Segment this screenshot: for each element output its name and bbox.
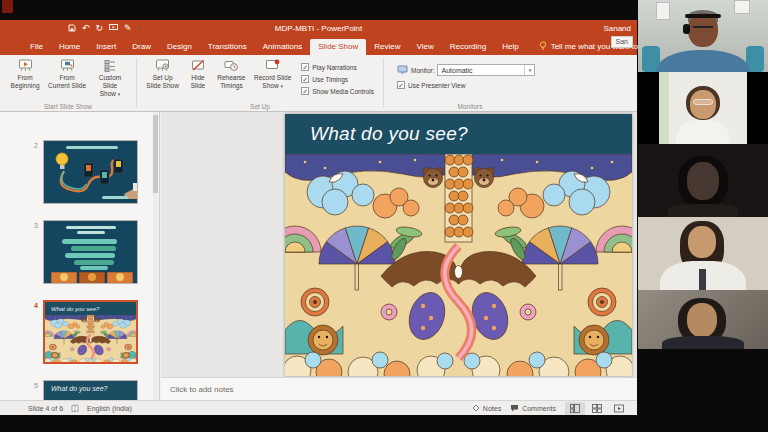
from-current-slide-button[interactable]: From Current Slide bbox=[45, 58, 89, 101]
slide-title[interactable]: What do you see? bbox=[285, 114, 632, 154]
custom-show-icon bbox=[103, 59, 117, 72]
hide-slide-button[interactable]: Hide Slide bbox=[183, 58, 212, 101]
tab-help[interactable]: Help bbox=[494, 39, 526, 55]
slide-illustration[interactable] bbox=[285, 154, 632, 376]
participant-shoulders bbox=[676, 120, 730, 144]
notes-placeholder: Click to add notes bbox=[170, 385, 234, 394]
slide-canvas[interactable]: What do you see? bbox=[285, 114, 632, 376]
slide-indicator: Slide 4 of 6 bbox=[28, 405, 63, 412]
view-reading-icon bbox=[614, 404, 624, 413]
video-letterbox bbox=[638, 349, 768, 363]
setup-show-icon bbox=[155, 59, 170, 72]
redo-icon[interactable]: ↻ bbox=[96, 24, 104, 33]
record-slide-show-button[interactable]: Record Slide Show ▾ bbox=[250, 58, 295, 101]
view-slide-sorter-button[interactable] bbox=[587, 402, 607, 415]
comments-icon bbox=[510, 404, 519, 412]
status-bar: Slide 4 of 6 English (India) Notes Comme… bbox=[0, 400, 637, 415]
pen-icon[interactable]: ✎ bbox=[124, 24, 132, 33]
window-title: MDP-MBTI - PowerPoint bbox=[275, 24, 363, 33]
participant-face bbox=[687, 303, 717, 337]
tab-recording[interactable]: Recording bbox=[442, 39, 494, 55]
present-icon[interactable] bbox=[109, 24, 118, 34]
view-switcher bbox=[565, 402, 629, 415]
participant-video-5[interactable] bbox=[638, 290, 768, 363]
tab-review[interactable]: Review bbox=[366, 39, 408, 55]
glasses bbox=[693, 99, 713, 105]
tab-file[interactable]: File bbox=[22, 39, 51, 55]
qat-dropdown-icon[interactable]: ▾ bbox=[138, 26, 141, 31]
tab-transitions[interactable]: Transitions bbox=[200, 39, 255, 55]
thumbnail-image-slide-3[interactable] bbox=[43, 220, 138, 284]
thumbnail-image-slide-5[interactable]: What do you see? bbox=[43, 380, 138, 400]
participant-video-1[interactable] bbox=[638, 0, 768, 72]
slide3-art bbox=[44, 221, 138, 284]
monitor-label: Monitor: bbox=[411, 67, 434, 74]
view-normal-button[interactable] bbox=[565, 402, 585, 415]
from-beginning-button[interactable]: From Beginning bbox=[5, 58, 45, 101]
proofing-icon[interactable] bbox=[71, 404, 79, 413]
thumbnail-slide-5[interactable]: 5 What do you see? bbox=[26, 380, 138, 400]
custom-slide-show-button[interactable]: Custom Slide Show ▾ bbox=[89, 58, 131, 101]
checkbox-checked-icon: ✓ bbox=[397, 81, 405, 89]
tab-view[interactable]: View bbox=[409, 39, 442, 55]
show-media-controls-checkbox[interactable]: ✓ Show Media Controls bbox=[301, 87, 374, 95]
thumbnail-image-slide-2[interactable] bbox=[43, 140, 138, 204]
save-icon[interactable] bbox=[68, 24, 76, 34]
notes-pane[interactable]: Click to add notes bbox=[161, 377, 637, 400]
view-slideshow-button[interactable] bbox=[609, 402, 629, 415]
participant-video-4[interactable] bbox=[638, 217, 768, 290]
ribbon-tab-bar: File Home Insert Draw Design Transitions… bbox=[0, 37, 637, 55]
view-sorter-icon bbox=[592, 404, 602, 413]
scrollbar-thumb[interactable] bbox=[153, 115, 158, 193]
play-narrations-checkbox[interactable]: ✓ Play Narrations bbox=[301, 63, 374, 71]
participant-video-2[interactable] bbox=[638, 72, 768, 144]
group-start-slide-show: From Beginning From Current Slide Custom… bbox=[0, 55, 136, 111]
thumbnail-image-slide-4[interactable]: What do you see? bbox=[43, 300, 138, 364]
tab-design[interactable]: Design bbox=[159, 39, 200, 55]
share-popup: San bbox=[611, 36, 633, 48]
use-timings-checkbox[interactable]: ✓ Use Timings bbox=[301, 75, 374, 83]
group-label-monitors: Monitors bbox=[384, 103, 556, 110]
headset-icon bbox=[685, 14, 721, 18]
participant-video-3[interactable] bbox=[638, 144, 768, 217]
thumbnail-slide-2[interactable]: 2 bbox=[26, 140, 138, 204]
glasses bbox=[693, 26, 713, 31]
hide-slide-icon bbox=[191, 59, 205, 72]
comments-button[interactable]: Comments bbox=[510, 404, 556, 412]
dropdown-caret-icon: ▾ bbox=[118, 91, 121, 97]
rehearse-timings-button[interactable]: Rehearse Timings bbox=[213, 58, 250, 101]
tab-home[interactable]: Home bbox=[51, 39, 88, 55]
meeting-app-badge bbox=[2, 0, 13, 13]
group-monitors: Monitor: Automatic ▾ ✓ Use Presenter Vie… bbox=[384, 55, 556, 111]
participant-shoulders bbox=[668, 204, 738, 217]
use-presenter-view-checkbox[interactable]: ✓ Use Presenter View bbox=[397, 81, 535, 89]
thumb4-title: What do you see? bbox=[45, 302, 136, 315]
participant-face bbox=[687, 162, 719, 200]
set-up-slide-show-button[interactable]: Set Up Slide Show bbox=[142, 58, 183, 101]
tab-animations[interactable]: Animations bbox=[255, 39, 311, 55]
language-indicator[interactable]: English (India) bbox=[87, 405, 132, 412]
thumb5-title: What do you see? bbox=[44, 381, 137, 400]
thumbnail-scrollbar[interactable] bbox=[153, 112, 158, 400]
notes-button[interactable]: Notes bbox=[472, 404, 501, 412]
monitor-select[interactable]: Automatic ▾ bbox=[437, 64, 535, 76]
setup-checkboxes: ✓ Play Narrations ✓ Use Timings ✓ Show M… bbox=[295, 58, 378, 101]
ribbon: From Beginning From Current Slide Custom… bbox=[0, 55, 637, 112]
tab-draw[interactable]: Draw bbox=[124, 39, 159, 55]
group-label-set-up: Set Up bbox=[137, 103, 383, 110]
thumbnail-slide-3[interactable]: 3 bbox=[26, 220, 138, 284]
participant-video-strip bbox=[638, 0, 768, 432]
tab-insert[interactable]: Insert bbox=[88, 39, 124, 55]
participant-tie bbox=[699, 269, 706, 290]
background-paper bbox=[734, 0, 750, 14]
slide2-art bbox=[44, 141, 138, 204]
account-name[interactable]: Sanand bbox=[603, 24, 631, 33]
powerpoint-window: ↶ ↻ ✎ ▾ MDP-MBTI - PowerPoint Sanand San… bbox=[0, 20, 637, 415]
lightbulb-icon bbox=[539, 41, 547, 51]
thumbnail-slide-4-selected[interactable]: 4 What do you see? bbox=[26, 300, 138, 364]
checkbox-checked-icon: ✓ bbox=[301, 75, 309, 83]
undo-icon[interactable]: ↶ bbox=[82, 24, 90, 33]
tab-slide-show[interactable]: Slide Show bbox=[310, 39, 366, 55]
participant-shoulders bbox=[656, 50, 750, 72]
slide-editor-area[interactable]: What do you see? bbox=[161, 112, 637, 377]
